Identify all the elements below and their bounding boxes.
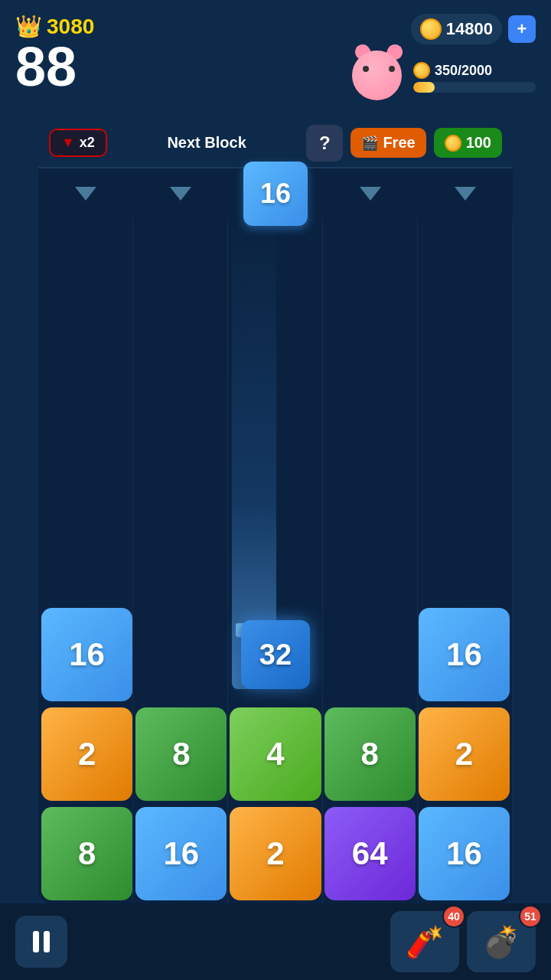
block-r3c4: 64 [324,807,416,900]
arrow-down-5[interactable] [455,187,476,201]
xp-section: 350/2000 [413,62,536,93]
multiplier-value: x2 [80,135,95,151]
pig-xp-row: 350/2000 [352,51,536,104]
xp-coin-row: 350/2000 [413,62,536,79]
right-header: 14800 + 350/2000 [352,14,536,104]
score-section: 👑 3080 88 [15,14,94,94]
block-r1c2 [135,608,227,701]
multiplier-arrow-icon: ▼ [61,135,75,151]
header: 👑 3080 88 14800 + 350/2000 [0,0,551,119]
arrow-down-1[interactable] [75,187,96,201]
game-area: ▼ x2 Next Block ? 🎬 Free 100 16 [38,119,513,903]
col-arrow-2[interactable] [133,187,228,201]
bomb-icon: 💣 [482,924,520,960]
xp-bar-background [413,82,536,93]
rocket-icon: 🧨 [406,924,444,960]
blocks-bottom: 16 16 2 8 4 8 2 8 16 2 64 16 [38,605,513,903]
block-r2c3: 4 [230,707,321,801]
block-r3c3: 2 [230,807,321,900]
col-arrow-5[interactable] [418,187,513,201]
pig-avatar [352,51,406,104]
coin-icon [420,18,442,40]
pig-eye-right [389,66,395,72]
coins-100-button[interactable]: 100 [434,128,502,158]
rocket-count-badge: 40 [442,905,465,928]
rocket-powerup-button[interactable]: 🧨 40 [390,911,459,972]
free-button[interactable]: 🎬 Free [350,128,425,158]
next-block-value: 16 [260,178,291,210]
block-r3c5: 16 [419,807,510,900]
add-coins-button[interactable]: + [508,15,536,43]
coin-value: 14800 [446,19,493,39]
free-label: Free [383,134,415,152]
block-r2c1: 2 [41,707,132,801]
col-arrow-4[interactable] [323,187,418,201]
col-arrow-1[interactable] [38,187,133,201]
block-r1c3 [230,608,321,701]
block-r1c1: 16 [41,608,132,701]
arrow-down-2[interactable] [170,187,191,201]
block-row-2: 2 8 4 8 2 [38,704,513,804]
block-r3c1: 8 [41,807,132,900]
next-block-preview: 16 [243,162,308,226]
block-r2c4: 8 [324,707,416,801]
pause-bar-left [33,931,39,952]
block-r1c5: 16 [419,608,510,701]
next-block-label: Next Block [115,134,299,152]
block-r2c2: 8 [135,707,227,801]
pig-body [352,51,402,100]
block-r1c4 [324,608,416,701]
question-mark: ? [319,132,331,154]
block-row-1: 16 16 [38,605,513,704]
footer: 🧨 40 💣 51 [0,903,551,980]
arrow-down-4[interactable] [360,187,381,201]
block-row-3: 8 16 2 64 16 [38,804,513,903]
coins-100-icon [445,135,461,152]
question-button[interactable]: ? [306,125,343,162]
xp-coin-icon [413,62,430,79]
pause-icon [33,931,50,952]
crown-score-value: 3080 [47,15,94,39]
xp-text: 350/2000 [435,63,492,79]
xp-bar-fill [413,82,435,93]
column-arrows-row: 16 [38,168,513,218]
grid-area: 32 16 16 2 8 4 8 2 8 16 [38,218,513,903]
coin-display: 14800 [411,14,502,44]
pig-eye-left [363,66,369,72]
bomb-count-badge: 51 [519,905,542,928]
pause-bar-right [44,931,50,952]
film-icon: 🎬 [361,135,378,152]
block-r3c2: 16 [135,807,227,900]
coins-100-label: 100 [466,134,491,152]
multiplier-button[interactable]: ▼ x2 [49,129,107,157]
pause-button[interactable] [15,916,67,968]
big-score: 88 [15,39,77,94]
block-r2c5: 2 [419,707,510,801]
active-block-col[interactable]: 16 [228,162,323,226]
bomb-powerup-button[interactable]: 💣 51 [467,911,536,972]
coins-row: 14800 + [411,14,536,44]
